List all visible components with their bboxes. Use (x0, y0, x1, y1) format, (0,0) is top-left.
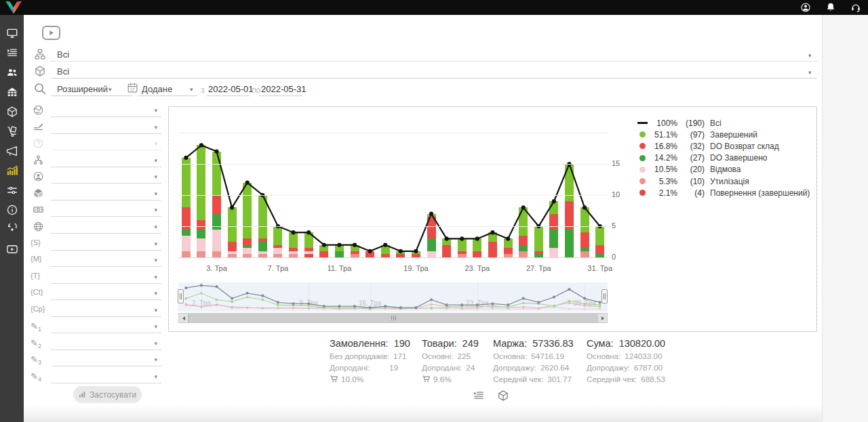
chevron-down-icon[interactable]: ▾ (154, 373, 157, 380)
sidebar-item-info[interactable] (0, 200, 24, 219)
legend-item[interactable]: 100%(190)Всі (635, 117, 810, 129)
chevron-down-icon[interactable]: ▾ (154, 207, 157, 213)
chevron-down-icon[interactable]: ▾ (154, 340, 157, 347)
param-select[interactable] (51, 352, 161, 366)
chevron-down-icon[interactable]: ▾ (154, 124, 157, 131)
param-select[interactable] (51, 102, 161, 117)
navigator-left-handle[interactable] (178, 289, 184, 303)
param-select[interactable] (51, 236, 161, 251)
line-point[interactable] (353, 243, 357, 247)
navigator-mask[interactable] (178, 282, 608, 312)
param-select[interactable] (51, 335, 161, 350)
line-point[interactable] (414, 249, 418, 253)
chart-scrollbar[interactable] (178, 313, 608, 323)
line-point[interactable] (184, 156, 188, 160)
line-point[interactable] (292, 230, 296, 234)
param-select[interactable] (51, 285, 161, 300)
line-point[interactable] (322, 243, 326, 247)
param-select[interactable] (51, 219, 161, 234)
scrollbar-right-arrow[interactable] (597, 314, 607, 322)
chevron-down-icon[interactable]: ▾ (808, 69, 812, 76)
legend-item[interactable]: 10.5%(20)Відмова (635, 164, 810, 175)
chevron-down-icon[interactable]: ▾ (154, 157, 157, 164)
param-select[interactable] (51, 119, 161, 134)
chevron-down-icon[interactable]: ▾ (154, 356, 157, 363)
param-select[interactable] (51, 269, 161, 284)
legend-item[interactable]: 51.1%(97)Завершений (635, 129, 810, 140)
line-point[interactable] (399, 249, 403, 253)
param-select[interactable] (51, 186, 161, 201)
chevron-down-icon[interactable]: ▾ (154, 240, 157, 247)
line-point[interactable] (521, 205, 526, 209)
sidebar-item-clients[interactable] (0, 62, 24, 82)
line-point[interactable] (460, 236, 464, 240)
chevron-down-icon[interactable]: ▾ (154, 274, 157, 280)
legend-percent: 100% (649, 119, 677, 128)
line-point[interactable] (245, 181, 250, 185)
video-help-button[interactable] (42, 26, 60, 40)
playlist-icon[interactable] (473, 389, 485, 402)
line-point[interactable] (230, 205, 234, 209)
chevron-down-icon[interactable]: ▾ (154, 257, 157, 263)
line-point[interactable] (475, 236, 479, 240)
line-point[interactable] (506, 236, 510, 240)
line-point[interactable] (214, 150, 218, 154)
sidebar-item-products[interactable] (0, 102, 24, 121)
chevron-down-icon[interactable]: ▾ (154, 173, 157, 180)
param-select[interactable] (51, 169, 161, 184)
line-point[interactable] (307, 230, 311, 234)
gridline (178, 195, 608, 196)
product-select-underline[interactable] (51, 67, 817, 79)
apply-button[interactable]: Застосувати (73, 386, 142, 403)
package-icon[interactable] (497, 389, 509, 402)
legend-item[interactable]: 16.8%(32)DO Возврат склад (635, 140, 810, 152)
param-select[interactable] (51, 368, 161, 383)
sidebar-item-dashboard[interactable] (0, 23, 24, 43)
sidebar-item-statistics[interactable] (0, 161, 24, 180)
param-select[interactable] (51, 252, 161, 267)
chevron-down-icon[interactable]: ▾ (154, 307, 157, 314)
status-select-underline[interactable] (51, 50, 817, 62)
line-point[interactable] (583, 205, 587, 209)
sidebar-item-marketing[interactable] (0, 141, 24, 161)
legend-item[interactable]: 14.2%(27)DO Завершено (635, 152, 810, 164)
chevron-down-icon[interactable]: ▾ (154, 323, 157, 330)
chevron-down-icon[interactable]: ▾ (154, 107, 157, 114)
chevron-down-icon[interactable]: ▾ (154, 290, 157, 297)
user-icon[interactable] (800, 2, 811, 13)
chevron-down-icon[interactable]: ▾ (154, 224, 157, 230)
bell-icon[interactable] (825, 2, 836, 13)
line-point[interactable] (383, 243, 387, 247)
chart-navigator[interactable]: 2. Тра9. Тра16. Тра23. Тра30. Тра (178, 282, 608, 312)
sidebar-item-refresh[interactable] (0, 219, 24, 239)
pen-lines-icon (33, 121, 44, 133)
line-point[interactable] (337, 243, 341, 247)
param-select[interactable] (51, 318, 161, 333)
param-select[interactable] (51, 302, 161, 317)
sidebar-item-orders[interactable] (0, 43, 24, 62)
line-point[interactable] (445, 236, 449, 240)
legend-item[interactable]: 2.1%(4)Повернення (завершений) (635, 187, 810, 198)
line-point[interactable] (199, 143, 203, 147)
sidebar-item-warehouse[interactable] (0, 82, 24, 102)
support-icon[interactable] (850, 2, 861, 13)
line-point[interactable] (490, 230, 494, 234)
line-point[interactable] (429, 212, 433, 216)
chevron-down-icon[interactable]: ▾ (808, 52, 812, 59)
date-from-label: з (201, 85, 205, 95)
chevron-down-icon[interactable]: ▾ (154, 190, 157, 197)
sidebar-item-settings[interactable] (0, 180, 24, 200)
sidebar-item-logistics[interactable] (0, 121, 24, 141)
app-logo[interactable] (4, 0, 23, 15)
sidebar-item-video-tutorials[interactable] (0, 239, 24, 259)
line-point[interactable] (552, 199, 556, 203)
summary-row-label: Основна: (493, 352, 527, 360)
line-point[interactable] (368, 249, 372, 253)
summary-card: Маржа:57336.83Основна:54716.19Допродажу:… (493, 338, 561, 383)
param-select[interactable] (51, 152, 161, 167)
navigator-right-handle[interactable] (601, 289, 608, 303)
legend-item[interactable]: 5.3%(10)Утилізація (635, 175, 810, 187)
scrollbar-thumb[interactable] (189, 314, 599, 322)
scrollbar-left-arrow[interactable] (179, 314, 189, 322)
param-select[interactable] (51, 202, 161, 217)
